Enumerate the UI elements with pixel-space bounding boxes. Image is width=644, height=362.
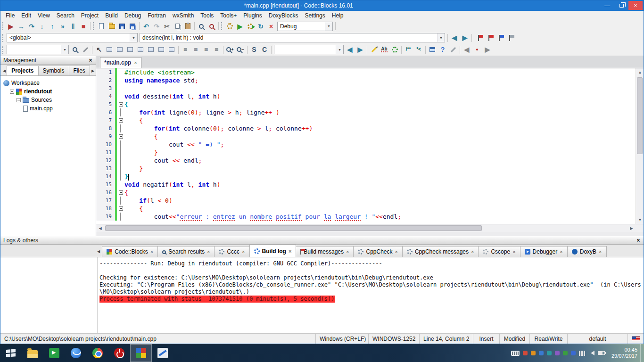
menu-project[interactable]: Project [78,11,102,20]
keyboard-language-indicator[interactable] [627,334,644,344]
close-tab-icon[interactable]: × [207,249,210,255]
step-out-button[interactable]: ↑ [47,21,58,31]
show-desktop-button[interactable] [640,344,644,362]
open-file-button[interactable] [107,21,117,31]
code-text[interactable]: cout<<"erreur : entrez un nombre positif… [124,213,636,221]
logs-caption[interactable]: Logs & others × [0,236,644,245]
break-debugger-button[interactable]: ‖ [68,21,78,31]
tray-icon-purple[interactable] [555,351,560,355]
fold-margin[interactable] [117,205,124,213]
close-tab-icon[interactable]: × [289,248,291,254]
line-number[interactable]: 1 [96,68,115,76]
toggle-bookmark-button[interactable] [473,33,484,43]
thesaurus-button[interactable] [389,45,400,55]
tray-bluetooth-icon[interactable] [571,351,576,355]
code-area[interactable]: 1#include <iostream>2using namespace std… [96,68,636,224]
fold-margin[interactable] [117,132,124,140]
close-tab-icon[interactable]: × [599,249,602,255]
tab-files[interactable]: Files [69,66,90,75]
wxsmith-tool-3[interactable] [125,45,135,55]
code-text[interactable]: } [124,173,636,181]
menu-tools[interactable]: Tools [197,11,217,20]
build-button[interactable] [224,21,235,31]
next-bookmark-button[interactable] [494,33,504,43]
fold-margin[interactable] [117,84,124,92]
doxyblocks-window-button[interactable] [427,45,438,55]
taskbar-file-explorer[interactable] [22,344,43,362]
next-instruction-button[interactable]: » [58,21,68,31]
run-button[interactable]: ▶ [235,21,245,31]
menu-doxyblocks[interactable]: DoxyBlocks [265,11,302,20]
undo-button[interactable]: ↶ [141,21,151,31]
menu-debug[interactable]: Debug [121,11,144,20]
tabs-scroll-right-icon[interactable]: ▶ [90,69,96,75]
run-to-cursor-button[interactable]: → [16,21,26,31]
taskbar-snipping-tool[interactable] [152,344,173,362]
log-tab-cscope[interactable]: Cscope× [478,246,520,257]
search-settings-button[interactable] [80,45,91,55]
fold-margin[interactable] [117,156,124,165]
redo-button[interactable]: ↷ [151,21,162,31]
fold-margin[interactable] [117,76,124,84]
log-tab-doxyb[interactable]: DoxyB× [567,246,607,257]
styler-s-button[interactable]: S [249,45,259,55]
line-number[interactable]: 12 [96,156,115,165]
menu-settings[interactable]: Settings [301,11,328,20]
log-tab-cccc[interactable]: Cccc× [214,246,249,257]
tray-icon-teal[interactable] [547,351,552,355]
code-text[interactable]: cout << " =) "; [124,140,636,148]
taskbar-app-blue[interactable] [65,344,87,362]
menu-fortran[interactable]: Fortran [144,11,169,20]
start-button[interactable] [0,344,22,362]
build-and-run-button[interactable] [245,21,256,31]
jump-forward-button[interactable]: ▶ [482,45,493,55]
new-file-button[interactable] [96,21,107,31]
code-text[interactable]: } [124,148,636,156]
tray-icon-orange[interactable] [531,351,536,355]
next-line-button[interactable]: ↷ [26,21,37,31]
fold-margin[interactable] [117,165,124,173]
tray-battery-icon[interactable] [598,351,605,355]
browse-back-button[interactable]: ◀ [345,45,355,55]
fold-margin[interactable] [117,100,124,108]
horizontal-scroll-thumb[interactable] [105,225,482,231]
abort-build-button[interactable]: × [266,21,276,31]
spell-check-button[interactable]: Ab [379,45,389,55]
goto-next-function-button[interactable]: ▶ [460,33,470,43]
code-text[interactable]: void dessine(int l, int h) [124,92,636,100]
code-text[interactable] [124,84,636,92]
expander-icon[interactable] [10,90,14,94]
log-tab-cppcheck[interactable]: CppCheck× [353,246,402,257]
code-text[interactable]: { [124,189,636,197]
incremental-search-input[interactable]: ▼ [7,45,69,54]
cut-button[interactable]: ✂ [162,21,172,31]
wxsmith-tool-4[interactable] [135,45,146,55]
dropdown-arrow-icon[interactable]: ▼ [437,33,445,42]
wxsmith-tool-1[interactable] [104,45,115,55]
save-all-button[interactable] [127,21,138,31]
close-tab-icon[interactable]: × [134,60,137,66]
tray-volume-icon[interactable] [588,351,594,355]
line-number[interactable]: 9 [96,132,115,140]
dropdown-arrow-icon[interactable]: ▼ [130,33,137,42]
incremental-search-button[interactable] [70,45,80,55]
log-tab-code-blocks[interactable]: Code::Blocks× [102,246,158,257]
wxsmith-tool-5[interactable] [146,45,156,55]
code-text[interactable]: cout << endl; [124,156,636,165]
line-number[interactable]: 3 [96,84,115,92]
title-bar[interactable]: *main.cpp [riendutout] - Code::Blocks 16… [0,0,644,11]
line-number[interactable]: 2 [96,76,115,84]
align-left-button[interactable]: ≡ [180,45,190,55]
code-text[interactable]: void negatif(int l, int h) [124,181,636,189]
build-log-content[interactable]: -------------- Run: Debug in riendutout … [0,257,644,333]
wxsmith-tool-2[interactable] [115,45,125,55]
tree-item-main-cpp[interactable]: main.cpp [0,104,96,113]
menu-view[interactable]: View [34,11,53,20]
fold-collapse-icon[interactable] [119,190,123,195]
tab-symbols[interactable]: Symbols [38,66,69,75]
clear-bookmarks-button[interactable] [504,33,515,43]
save-button[interactable] [117,21,127,31]
copy-button[interactable] [172,21,182,31]
horizontal-scroll-track[interactable] [104,224,627,232]
align-justify-button[interactable]: ≡ [211,45,222,55]
